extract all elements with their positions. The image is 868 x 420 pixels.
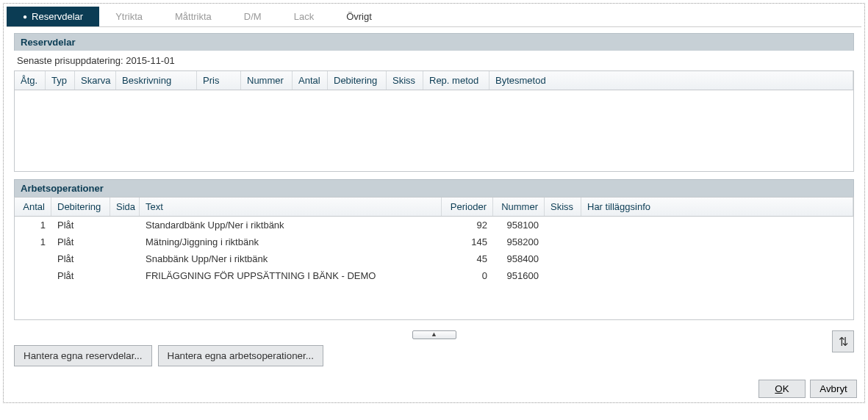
cell: 958100 [493, 218, 545, 232]
col-sida[interactable]: Sida [110, 198, 140, 216]
parts-grid: Åtg. Typ Skarva Beskrivning Pris Nummer … [14, 70, 854, 172]
col-atg[interactable]: Åtg. [15, 71, 46, 90]
cell [110, 218, 140, 232]
cell [581, 252, 853, 266]
col-nummer[interactable]: Nummer [241, 71, 293, 90]
table-row[interactable]: PlåtFRILÄGGNING FÖR UPPSÄTTNING I BÄNK -… [15, 267, 853, 284]
col-debitering[interactable]: Debitering [328, 71, 387, 90]
cell [581, 269, 853, 283]
cell [15, 269, 51, 283]
reorder-button[interactable]: ⇅ [832, 330, 854, 352]
collapse-bar: ▲ [14, 327, 854, 339]
cancel-button[interactable]: Avbryt [810, 380, 857, 398]
cell [545, 235, 581, 249]
parts-grid-header: Åtg. Typ Skarva Beskrivning Pris Nummer … [15, 71, 853, 90]
active-tab-indicator-icon: ● [23, 12, 27, 21]
cell: Snabbänk Upp/Ner i riktbänk [140, 252, 442, 266]
tab-dm[interactable]: D/M [228, 7, 278, 26]
cell: Plåt [51, 252, 110, 266]
manage-own-parts-button[interactable]: Hantera egna reservdelar... [14, 345, 152, 366]
col-debitering[interactable]: Debitering [51, 198, 110, 216]
tab-label: Lack [294, 11, 314, 22]
cell: 1 [15, 235, 51, 249]
table-row[interactable]: 1PlåtStandardbänk Upp/Ner i riktbänk9295… [15, 217, 853, 233]
tab-lack[interactable]: Lack [278, 7, 330, 26]
col-bytesmetod[interactable]: Bytesmetod [489, 71, 853, 90]
ok-button[interactable]: OK [758, 380, 806, 398]
tab-label: D/M [244, 11, 262, 22]
cell: Standardbänk Upp/Ner i riktbänk [140, 218, 442, 232]
cell: 45 [442, 252, 493, 266]
cell: 951600 [493, 269, 545, 283]
tab-label: Måttrikta [175, 11, 212, 22]
cell: Plåt [51, 235, 110, 249]
ops-grid-header: Antal Debitering Sida Text Perioder Numm… [15, 198, 853, 217]
tab-ytrikta[interactable]: Ytrikta [99, 7, 159, 26]
col-text[interactable]: Text [140, 198, 442, 216]
col-antal[interactable]: Antal [15, 198, 51, 216]
cell [545, 269, 581, 283]
ops-panel: Arbetsoperationer Antal Debitering Sida … [14, 179, 854, 320]
cell [545, 218, 581, 232]
cell: Mätning/Jiggning i riktbänk [140, 235, 442, 249]
col-pris[interactable]: Pris [197, 71, 241, 90]
manage-own-ops-button[interactable]: Hantera egna arbetsoperationer... [158, 345, 323, 366]
col-antal[interactable]: Antal [293, 71, 328, 90]
cell [110, 269, 140, 283]
col-skiss[interactable]: Skiss [545, 198, 581, 216]
cell [581, 218, 853, 232]
dialog-frame: ●Reservdelar Ytrikta Måttrikta D/M Lack … [3, 3, 865, 403]
cell: 92 [442, 218, 493, 232]
dialog-footer: OK Avbryt [7, 374, 861, 399]
cell: Plåt [51, 218, 110, 232]
ops-panel-header: Arbetsoperationer [14, 179, 854, 197]
content-area: Reservdelar Senaste prisuppdatering: 201… [7, 27, 861, 374]
col-nummer[interactable]: Nummer [493, 198, 545, 216]
cell: FRILÄGGNING FÖR UPPSÄTTNING I BÄNK - DEM… [140, 269, 442, 283]
tab-reservdelar[interactable]: ●Reservdelar [7, 7, 99, 26]
col-har-tillaggsinfo[interactable]: Har tilläggsinfo [581, 198, 853, 216]
col-typ[interactable]: Typ [46, 71, 75, 90]
col-perioder[interactable]: Perioder [442, 198, 493, 216]
col-skarva[interactable]: Skarva [75, 71, 116, 90]
parts-grid-body[interactable] [15, 90, 853, 171]
cell: 958200 [493, 235, 545, 249]
tab-label: Övrigt [346, 11, 372, 22]
table-row[interactable]: PlåtSnabbänk Upp/Ner i riktbänk45958400 [15, 250, 853, 267]
cell [545, 252, 581, 266]
tab-label: Ytrikta [115, 11, 143, 22]
ops-grid-body[interactable]: 1PlåtStandardbänk Upp/Ner i riktbänk9295… [15, 217, 853, 319]
col-beskrivning[interactable]: Beskrivning [116, 71, 197, 90]
collapse-up-icon: ▲ [431, 330, 437, 338]
tab-bar: ●Reservdelar Ytrikta Måttrikta D/M Lack … [7, 7, 861, 27]
cell [581, 235, 853, 249]
cell [110, 252, 140, 266]
sort-arrows-icon: ⇅ [839, 335, 848, 349]
cell: 145 [442, 235, 493, 249]
cell [15, 252, 51, 266]
cell: 958400 [493, 252, 545, 266]
cell [110, 235, 140, 249]
table-row[interactable]: 1PlåtMätning/Jiggning i riktbänk14595820… [15, 233, 853, 250]
col-rep-metod[interactable]: Rep. metod [423, 71, 489, 90]
col-skiss[interactable]: Skiss [387, 71, 423, 90]
last-price-update-text: Senaste prisuppdatering: 2015-11-01 [14, 51, 854, 70]
bottom-actions: Hantera egna reservdelar... Hantera egna… [14, 345, 854, 366]
cell: Plåt [51, 269, 110, 283]
cell: 1 [15, 218, 51, 232]
collapse-button[interactable]: ▲ [412, 330, 456, 339]
tab-ovrigt[interactable]: Övrigt [330, 7, 388, 26]
cell: 0 [442, 269, 493, 283]
tab-mattrikta[interactable]: Måttrikta [159, 7, 228, 26]
parts-panel: Reservdelar Senaste prisuppdatering: 201… [14, 33, 854, 172]
tab-label: Reservdelar [32, 11, 83, 22]
parts-panel-header: Reservdelar [14, 33, 854, 51]
ops-grid: Antal Debitering Sida Text Perioder Numm… [14, 197, 854, 320]
